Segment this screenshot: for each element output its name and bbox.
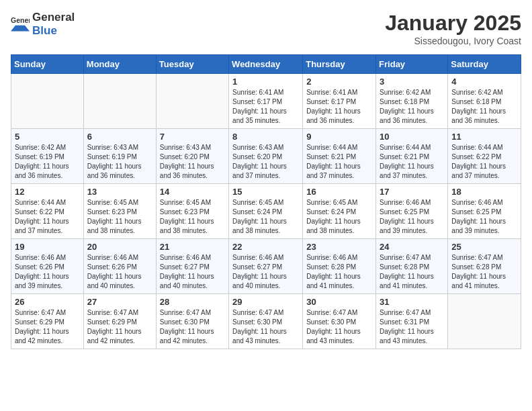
header-row: SundayMondayTuesdayWednesdayThursdayFrid… <box>11 55 521 74</box>
day-number: 14 <box>160 187 225 197</box>
calendar-cell: 8Sunrise: 6:43 AM Sunset: 6:20 PM Daylig… <box>229 129 303 184</box>
calendar-week-3: 12Sunrise: 6:44 AM Sunset: 6:22 PM Dayli… <box>11 184 521 239</box>
day-number: 8 <box>232 132 299 142</box>
day-number: 19 <box>15 242 80 252</box>
logo-text-blue: Blue <box>32 24 57 37</box>
calendar-cell <box>83 74 156 129</box>
calendar-cell: 9Sunrise: 6:44 AM Sunset: 6:21 PM Daylig… <box>303 129 376 184</box>
day-number: 25 <box>451 242 517 252</box>
calendar-cell: 14Sunrise: 6:45 AM Sunset: 6:23 PM Dayli… <box>156 184 228 239</box>
calendar-cell: 21Sunrise: 6:46 AM Sunset: 6:27 PM Dayli… <box>156 239 228 294</box>
day-number: 17 <box>380 187 444 197</box>
calendar-cell: 13Sunrise: 6:45 AM Sunset: 6:23 PM Dayli… <box>83 184 156 239</box>
day-number: 23 <box>306 242 372 252</box>
day-number: 24 <box>380 242 444 252</box>
day-info: Sunrise: 6:42 AM Sunset: 6:19 PM Dayligh… <box>15 143 80 181</box>
day-info: Sunrise: 6:47 AM Sunset: 6:28 PM Dayligh… <box>451 253 517 291</box>
calendar-week-2: 5Sunrise: 6:42 AM Sunset: 6:19 PM Daylig… <box>11 129 521 184</box>
day-number: 12 <box>15 187 80 197</box>
calendar-cell: 15Sunrise: 6:45 AM Sunset: 6:24 PM Dayli… <box>229 184 303 239</box>
calendar-cell: 1Sunrise: 6:41 AM Sunset: 6:17 PM Daylig… <box>229 74 303 129</box>
day-number: 6 <box>87 132 152 142</box>
day-info: Sunrise: 6:46 AM Sunset: 6:27 PM Dayligh… <box>232 253 299 291</box>
calendar-cell: 2Sunrise: 6:41 AM Sunset: 6:17 PM Daylig… <box>303 74 376 129</box>
day-info: Sunrise: 6:44 AM Sunset: 6:21 PM Dayligh… <box>306 143 372 181</box>
day-info: Sunrise: 6:44 AM Sunset: 6:22 PM Dayligh… <box>451 143 517 181</box>
calendar-cell: 6Sunrise: 6:43 AM Sunset: 6:19 PM Daylig… <box>83 129 156 184</box>
calendar-cell <box>11 74 84 129</box>
day-info: Sunrise: 6:44 AM Sunset: 6:21 PM Dayligh… <box>380 143 444 181</box>
day-info: Sunrise: 6:44 AM Sunset: 6:22 PM Dayligh… <box>15 198 80 236</box>
calendar-cell: 16Sunrise: 6:45 AM Sunset: 6:24 PM Dayli… <box>303 184 376 239</box>
day-info: Sunrise: 6:42 AM Sunset: 6:18 PM Dayligh… <box>451 88 517 126</box>
calendar-cell: 4Sunrise: 6:42 AM Sunset: 6:18 PM Daylig… <box>448 74 521 129</box>
day-number: 1 <box>232 77 299 87</box>
day-info: Sunrise: 6:43 AM Sunset: 6:20 PM Dayligh… <box>160 143 225 181</box>
day-info: Sunrise: 6:41 AM Sunset: 6:17 PM Dayligh… <box>232 88 299 126</box>
calendar-cell <box>448 294 521 349</box>
day-number: 5 <box>15 132 80 142</box>
day-number: 22 <box>232 242 299 252</box>
day-header-monday: Monday <box>83 55 156 74</box>
day-info: Sunrise: 6:46 AM Sunset: 6:25 PM Dayligh… <box>451 198 517 236</box>
day-number: 16 <box>306 187 372 197</box>
day-header-saturday: Saturday <box>448 55 521 74</box>
day-info: Sunrise: 6:47 AM Sunset: 6:28 PM Dayligh… <box>380 253 444 291</box>
day-number: 4 <box>451 77 517 87</box>
calendar-cell: 26Sunrise: 6:47 AM Sunset: 6:29 PM Dayli… <box>11 294 84 349</box>
calendar-cell: 5Sunrise: 6:42 AM Sunset: 6:19 PM Daylig… <box>11 129 84 184</box>
calendar-cell: 17Sunrise: 6:46 AM Sunset: 6:25 PM Dayli… <box>376 184 448 239</box>
day-info: Sunrise: 6:43 AM Sunset: 6:19 PM Dayligh… <box>87 143 152 181</box>
day-info: Sunrise: 6:47 AM Sunset: 6:31 PM Dayligh… <box>380 308 444 346</box>
calendar-cell: 20Sunrise: 6:46 AM Sunset: 6:26 PM Dayli… <box>83 239 156 294</box>
day-number: 2 <box>306 77 372 87</box>
day-header-thursday: Thursday <box>303 55 376 74</box>
day-header-friday: Friday <box>376 55 448 74</box>
day-number: 18 <box>451 187 517 197</box>
day-info: Sunrise: 6:47 AM Sunset: 6:30 PM Dayligh… <box>232 308 299 346</box>
day-info: Sunrise: 6:45 AM Sunset: 6:23 PM Dayligh… <box>160 198 225 236</box>
day-info: Sunrise: 6:47 AM Sunset: 6:29 PM Dayligh… <box>87 308 152 346</box>
calendar-cell: 25Sunrise: 6:47 AM Sunset: 6:28 PM Dayli… <box>448 239 521 294</box>
day-header-sunday: Sunday <box>11 55 84 74</box>
day-number: 11 <box>451 132 517 142</box>
day-info: Sunrise: 6:47 AM Sunset: 6:29 PM Dayligh… <box>15 308 80 346</box>
logo: General General Blue <box>11 11 75 38</box>
calendar-cell: 10Sunrise: 6:44 AM Sunset: 6:21 PM Dayli… <box>376 129 448 184</box>
day-info: Sunrise: 6:47 AM Sunset: 6:30 PM Dayligh… <box>160 308 225 346</box>
day-number: 28 <box>160 297 225 307</box>
calendar-cell: 18Sunrise: 6:46 AM Sunset: 6:25 PM Dayli… <box>448 184 521 239</box>
svg-text:General: General <box>11 16 30 24</box>
calendar-week-5: 26Sunrise: 6:47 AM Sunset: 6:29 PM Dayli… <box>11 294 521 349</box>
svg-marker-1 <box>11 26 30 32</box>
calendar-cell: 30Sunrise: 6:47 AM Sunset: 6:30 PM Dayli… <box>303 294 376 349</box>
day-number: 3 <box>380 77 444 87</box>
day-info: Sunrise: 6:46 AM Sunset: 6:26 PM Dayligh… <box>87 253 152 291</box>
calendar-cell: 22Sunrise: 6:46 AM Sunset: 6:27 PM Dayli… <box>229 239 303 294</box>
logo-icon: General <box>11 15 30 34</box>
day-number: 31 <box>380 297 444 307</box>
day-info: Sunrise: 6:42 AM Sunset: 6:18 PM Dayligh… <box>380 88 444 126</box>
day-number: 13 <box>87 187 152 197</box>
day-number: 15 <box>232 187 299 197</box>
calendar-cell: 29Sunrise: 6:47 AM Sunset: 6:30 PM Dayli… <box>229 294 303 349</box>
day-number: 29 <box>232 297 299 307</box>
day-info: Sunrise: 6:47 AM Sunset: 6:30 PM Dayligh… <box>306 308 372 346</box>
day-info: Sunrise: 6:46 AM Sunset: 6:27 PM Dayligh… <box>160 253 225 291</box>
day-number: 10 <box>380 132 444 142</box>
calendar-week-1: 1Sunrise: 6:41 AM Sunset: 6:17 PM Daylig… <box>11 74 521 129</box>
calendar-cell <box>156 74 228 129</box>
day-number: 9 <box>306 132 372 142</box>
header: General General Blue January 2025 Sissed… <box>11 11 521 46</box>
day-info: Sunrise: 6:45 AM Sunset: 6:23 PM Dayligh… <box>87 198 152 236</box>
day-number: 20 <box>87 242 152 252</box>
day-number: 21 <box>160 242 225 252</box>
calendar-cell: 7Sunrise: 6:43 AM Sunset: 6:20 PM Daylig… <box>156 129 228 184</box>
day-header-tuesday: Tuesday <box>156 55 228 74</box>
calendar-cell: 27Sunrise: 6:47 AM Sunset: 6:29 PM Dayli… <box>83 294 156 349</box>
day-info: Sunrise: 6:41 AM Sunset: 6:17 PM Dayligh… <box>306 88 372 126</box>
day-number: 26 <box>15 297 80 307</box>
day-number: 7 <box>160 132 225 142</box>
day-header-wednesday: Wednesday <box>229 55 303 74</box>
calendar-cell: 11Sunrise: 6:44 AM Sunset: 6:22 PM Dayli… <box>448 129 521 184</box>
